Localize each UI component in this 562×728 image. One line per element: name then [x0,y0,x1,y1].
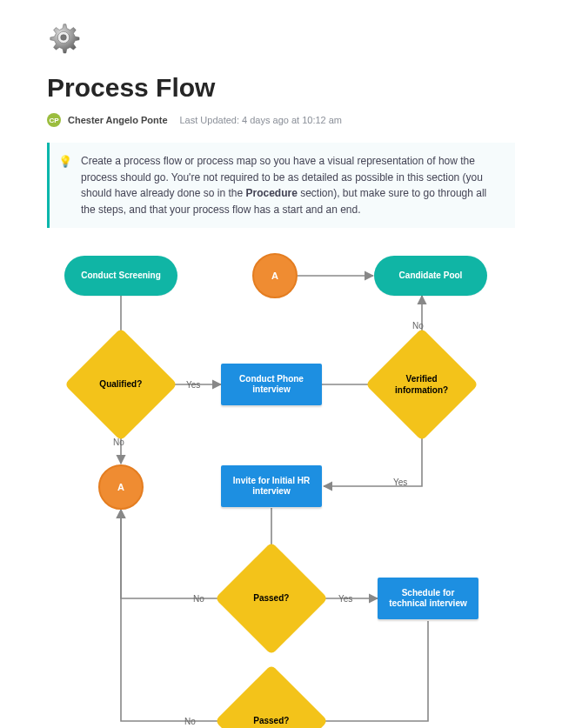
svg-text:Yes: Yes [393,478,407,487]
node-candidate-pool: Candidate Pool [374,256,487,296]
svg-text:No: No [184,717,196,726]
svg-text:No: No [113,437,124,447]
avatar: CP [47,113,61,127]
flowchart: Yes No No Yes Yes No [47,247,517,728]
page-title: Process Flow [47,73,515,103]
tip-text: Create a process flow or process map so … [81,153,503,217]
svg-text:Yes: Yes [186,380,200,390]
gear-icon [47,21,80,54]
tip-callout: 💡 Create a process flow or process map s… [47,143,515,228]
node-conduct-phone: Conduct Phone interview [221,364,322,405]
node-connector-a-top: A [252,253,298,298]
svg-text:Yes: Yes [338,594,352,604]
meta-row: CP Chester Angelo Ponte Last Updated: 4 … [47,113,515,127]
node-connector-a-left: A [98,464,144,510]
node-invite-hr: Invite for Initial HR interview [221,465,322,507]
node-schedule-tech: Schedule for technical interview [378,578,478,619]
svg-text:No: No [193,594,204,604]
lightbulb-icon: 💡 [58,153,72,217]
svg-point-1 [61,35,67,41]
node-conduct-screening: Conduct Screening [64,256,177,296]
last-updated: Last Updated: 4 days ago at 10:12 am [180,115,343,125]
author-name: Chester Angelo Ponte [68,115,168,125]
